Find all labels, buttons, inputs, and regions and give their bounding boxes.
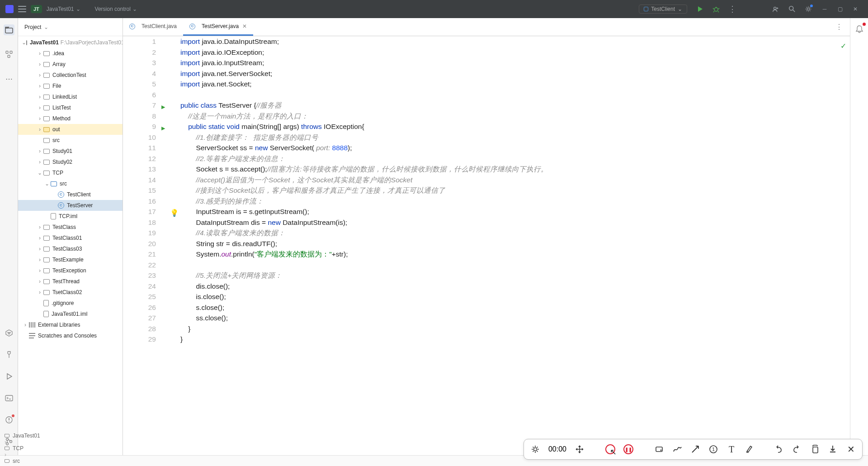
code-line[interactable]: 29}	[123, 334, 850, 345]
more-tool-icon[interactable]: ⋯	[4, 73, 14, 84]
highlight-tool-icon[interactable]	[745, 444, 755, 454]
code-line[interactable]: 4import java.net.ServerSocket;	[123, 68, 850, 79]
code-line[interactable]: 14 //accept()返回值为一个Socket，这个Socket其实就是客户…	[123, 175, 850, 185]
code-line[interactable]: 18 DataInputStream dis = new DataInputSt…	[123, 217, 850, 228]
tree-row[interactable]: ›File	[18, 81, 123, 91]
code-line[interactable]: 8 //这是一个main方法，是程序的入口：	[123, 111, 850, 122]
code-line[interactable]: 11 ServerSocket ss = new ServerSocket( p…	[123, 143, 850, 153]
expand-icon[interactable]: ›	[36, 148, 43, 154]
undo-icon[interactable]	[774, 444, 783, 454]
expand-icon[interactable]: ⌄	[22, 39, 26, 46]
tree-row[interactable]: ›.idea	[18, 48, 123, 59]
more-icon[interactable]: ⋮	[729, 5, 736, 13]
close-icon[interactable]: ✕	[852, 5, 859, 13]
tree-row[interactable]: ›TsetClass02	[18, 287, 123, 298]
project-tool-icon[interactable]	[4, 24, 14, 35]
redo-icon[interactable]	[792, 444, 802, 454]
tree-row[interactable]: ›TestClass03	[18, 243, 123, 254]
number-tool-icon[interactable]: 1	[708, 444, 718, 454]
expand-icon[interactable]: ›	[22, 322, 29, 328]
expand-icon[interactable]: ›	[36, 159, 43, 165]
problems-tool-icon[interactable]	[4, 414, 14, 425]
tab-more-icon[interactable]: ⋮	[835, 23, 843, 31]
code-line[interactable]: 2import java.io.IOException;	[123, 47, 850, 58]
code-line[interactable]: 19 //4.读取客户端发来的数据：	[123, 228, 850, 238]
tree-row[interactable]: ›LinkedList	[18, 91, 123, 102]
tree-row[interactable]: CTestClient	[18, 189, 123, 200]
code-line[interactable]: 25 is.close();	[123, 291, 850, 302]
code-line[interactable]: 12 //2.等着客户端发来的信息：	[123, 153, 850, 164]
code-line[interactable]: 3import java.io.InputStream;	[123, 57, 850, 68]
tree-row[interactable]: src	[18, 135, 123, 146]
expand-icon[interactable]: ›	[36, 278, 43, 285]
maximize-icon[interactable]: ▢	[836, 5, 844, 13]
tree-row[interactable]: ›Array	[18, 59, 123, 70]
code-line[interactable]: 1import java.io.DataInputStream;	[123, 36, 850, 47]
project-panel-header[interactable]: Project ⌄	[18, 18, 123, 36]
draw-line-icon[interactable]	[672, 444, 682, 454]
tree-root[interactable]: ⌄ JavaTest01 F:\JavaPorject\JavaTest01	[18, 37, 123, 48]
search-icon[interactable]	[788, 5, 796, 13]
tree-row[interactable]: ›CollectionTest	[18, 70, 123, 81]
tree-row[interactable]: ›TestClass01	[18, 233, 123, 243]
expand-icon[interactable]: ›	[36, 83, 43, 89]
recorder-settings-icon[interactable]	[530, 444, 540, 454]
debug-icon[interactable]	[712, 5, 720, 13]
expand-icon[interactable]: ›	[36, 94, 43, 100]
version-control-drop[interactable]: Version control ⌄	[95, 6, 137, 12]
tree-row[interactable]: TCP.iml	[18, 211, 123, 222]
pause-button[interactable]: ❚❚	[623, 444, 633, 454]
project-chip[interactable]: JT	[31, 5, 42, 13]
minimize-icon[interactable]: ─	[821, 5, 828, 13]
code-line[interactable]: 9▶ public static void main(String[] args…	[123, 121, 850, 132]
editor-tab[interactable]: CTestClient.java	[123, 18, 183, 36]
tree-row[interactable]: JavaTest01.iml	[18, 309, 123, 319]
tree-row[interactable]: ›TestThread	[18, 276, 123, 287]
copy-icon[interactable]	[810, 444, 820, 454]
move-icon[interactable]	[575, 444, 585, 454]
arrow-tool-icon[interactable]	[690, 444, 700, 454]
tree-row[interactable]: ⌄TCP	[18, 167, 123, 178]
structure-tool-icon[interactable]	[4, 49, 14, 60]
code-line[interactable]: 5import java.net.Socket;	[123, 79, 850, 90]
expand-icon[interactable]: ›	[36, 115, 43, 122]
close-recorder-icon[interactable]: ✕	[846, 444, 856, 454]
tree-row[interactable]: ›ListTest	[18, 102, 123, 113]
tree-row[interactable]: ›Study02	[18, 157, 123, 167]
crumb[interactable]: JavaTest01	[5, 433, 40, 439]
text-tool-icon[interactable]: T	[726, 444, 736, 454]
tree-row[interactable]: ›TestClass	[18, 222, 123, 233]
code-line[interactable]: 17💡 InputStream is = s.getInputStream();	[123, 206, 850, 217]
tree-row[interactable]: CTestServer	[18, 200, 123, 211]
project-name-drop[interactable]: JavaTest01 ⌄	[47, 6, 80, 12]
editor-tab[interactable]: CTestServer.java✕	[183, 18, 253, 36]
code-line[interactable]: 16 //3.感受到的操作流：	[123, 196, 850, 207]
expand-icon[interactable]: ⌄	[36, 170, 43, 176]
close-tab-icon[interactable]: ✕	[242, 23, 247, 29]
tree-row[interactable]: ›out	[18, 124, 123, 135]
build-tool-icon[interactable]	[4, 349, 14, 360]
settings-icon[interactable]	[805, 5, 812, 13]
scratches[interactable]: Scratches and Consoles	[18, 330, 123, 341]
tree-row[interactable]: ›Method	[18, 113, 123, 124]
expand-icon[interactable]: ›	[36, 224, 43, 230]
run-config-drop[interactable]: TestClient ⌄	[639, 5, 687, 14]
crumb[interactable]: src	[5, 458, 40, 464]
expand-icon[interactable]: ›	[36, 267, 43, 274]
services-tool-icon[interactable]	[4, 328, 14, 338]
code-with-me-icon[interactable]	[772, 5, 779, 13]
run-icon[interactable]	[696, 5, 703, 13]
terminal-tool-icon[interactable]	[4, 393, 14, 404]
code-line[interactable]: 28 }	[123, 323, 850, 334]
tree-row[interactable]: ›TestExample	[18, 254, 123, 265]
notifications-icon[interactable]	[854, 24, 865, 34]
code-editor[interactable]: ✓ 1import java.io.DataInputStream;2impor…	[123, 36, 850, 455]
code-line[interactable]: 6	[123, 90, 850, 100]
external-libraries[interactable]: › External Libraries	[18, 319, 123, 330]
code-line[interactable]: 24 dis.close();	[123, 281, 850, 292]
expand-icon[interactable]: ›	[36, 257, 43, 263]
code-line[interactable]: 21 System.out.println("客户端发来的数据为："+str);	[123, 249, 850, 260]
tree-row[interactable]: ⌄src	[18, 178, 123, 189]
record-button[interactable]: ↖	[605, 444, 615, 454]
code-line[interactable]: 10 //1.创建套接字： 指定服务器的端口号	[123, 132, 850, 143]
